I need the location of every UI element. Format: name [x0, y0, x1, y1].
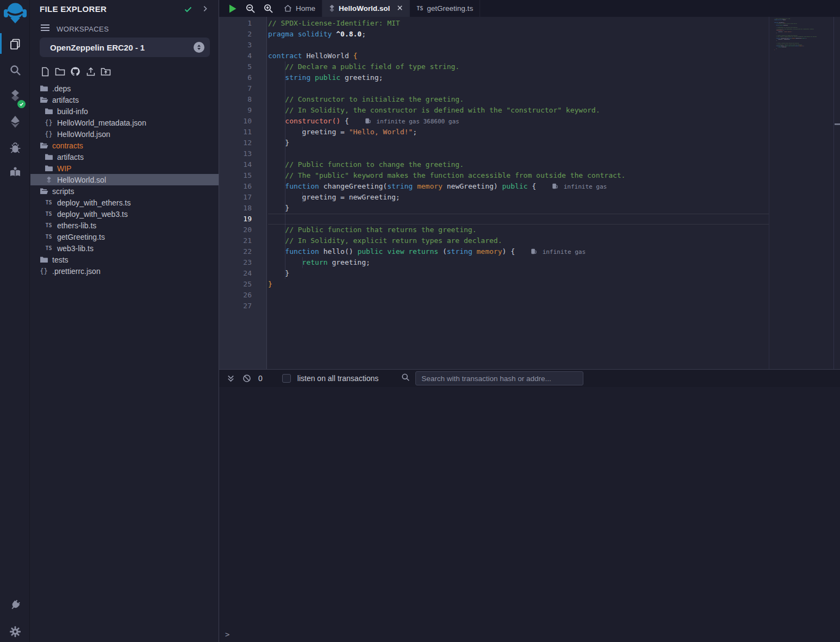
- code-line-26[interactable]: [268, 290, 769, 301]
- zoom-out-icon[interactable]: [241, 0, 259, 17]
- code-line-24[interactable]: }: [268, 268, 769, 279]
- minimap[interactable]: // SPDX-License-Identifier: MITpragma so…: [774, 18, 832, 94]
- code-line-22[interactable]: function hello() public view returns (st…: [268, 246, 769, 257]
- tree-item-label: build-info: [57, 107, 88, 116]
- ts-icon: TS: [44, 234, 53, 240]
- file-explorer-icon[interactable]: [0, 33, 30, 55]
- listen-transactions-checkbox[interactable]: [282, 374, 291, 383]
- gas-estimate-lens[interactable]: infinite gas: [552, 183, 607, 190]
- tree-item-build-info[interactable]: build-info: [30, 105, 219, 117]
- line-number: 7: [219, 83, 266, 94]
- code-line-27[interactable]: [774, 52, 832, 53]
- tree-item-label: HelloWorld.json: [57, 130, 110, 139]
- code-line-27[interactable]: [268, 301, 769, 311]
- tree-item-label: web3-lib.ts: [57, 244, 94, 253]
- code-line-6[interactable]: string public greeting;: [268, 72, 769, 83]
- terminal-output[interactable]: >: [219, 387, 840, 642]
- code-token: newGreeting): [795, 38, 802, 39]
- code-line-25[interactable]: }: [268, 279, 769, 290]
- search-icon[interactable]: [0, 59, 30, 81]
- tree-item-deploy-with-web3-ts[interactable]: TSdeploy_with_web3.ts: [30, 208, 219, 220]
- code-line-17[interactable]: greeting = newGreeting;: [268, 192, 769, 203]
- code-line-9[interactable]: // In Solidity, the constructor is defin…: [268, 105, 769, 116]
- tree-item-artifacts[interactable]: artifacts: [30, 151, 219, 163]
- tree-item-wip[interactable]: WIP: [30, 163, 219, 174]
- tree-item-label: HelloWorld.sol: [57, 176, 106, 184]
- panel-check-icon[interactable]: [184, 5, 192, 16]
- close-tab-icon[interactable]: [397, 4, 403, 13]
- tree-item--prettierrc-json[interactable]: {}.prettierrc.json: [30, 265, 219, 277]
- code-line-20[interactable]: // Public function that returns the gree…: [268, 225, 769, 235]
- tree-item-tests[interactable]: tests: [30, 254, 219, 265]
- tree-item-deploy-with-ethers-ts[interactable]: TSdeploy_with_ethers.ts: [30, 197, 219, 208]
- debugger-icon[interactable]: [0, 137, 30, 159]
- code-editor[interactable]: 1234567891011121314151617181920212223242…: [219, 17, 840, 369]
- plugin-manager-icon[interactable]: [0, 594, 30, 616]
- code-line-3[interactable]: [268, 40, 769, 51]
- folder-icon: [44, 165, 53, 172]
- code-line-11[interactable]: greeting = "Hello, World!";: [268, 127, 769, 138]
- code-line-12[interactable]: }: [268, 138, 769, 148]
- solidity-compiler-icon[interactable]: [0, 85, 30, 107]
- code-line-21[interactable]: // In Solidity, explicit return types ar…: [268, 235, 769, 246]
- code-token: "Hello, World!": [784, 31, 792, 32]
- tree-item-ethers-lib-ts[interactable]: TSethers-lib.ts: [30, 220, 219, 231]
- remix-ide-window: FILE EXPLORER WORKSPACES OpenZeppelin ER…: [0, 0, 840, 642]
- run-script-button[interactable]: [223, 0, 241, 17]
- code-line-18[interactable]: }: [268, 203, 769, 214]
- code-line-15[interactable]: // The "public" keyword makes the functi…: [268, 170, 769, 181]
- tree-item--deps[interactable]: .deps: [30, 83, 219, 94]
- gas-estimate-lens[interactable]: infinite gas 368600 gas: [365, 118, 459, 125]
- panel-chevron-right-icon[interactable]: [201, 5, 209, 15]
- code-line-7[interactable]: [268, 83, 769, 94]
- code-token: greeting = newGreeting;: [268, 193, 400, 201]
- tree-item-contracts[interactable]: contracts: [30, 140, 219, 151]
- solidity-icon: [44, 176, 53, 184]
- deploy-and-run-icon[interactable]: [0, 111, 30, 133]
- code-line-23[interactable]: return greeting;: [268, 257, 769, 268]
- tree-item-scripts[interactable]: scripts: [30, 185, 219, 197]
- code-token: public: [310, 73, 340, 82]
- line-number: 9: [219, 105, 266, 116]
- remix-logo-icon[interactable]: [0, 1, 30, 26]
- terminal-search-input[interactable]: [415, 371, 583, 385]
- line-number: 11: [219, 127, 266, 138]
- tree-item-helloworld-metadata-json[interactable]: {}HelloWorld_metadata.json: [30, 117, 219, 128]
- clear-console-icon[interactable]: [239, 374, 255, 383]
- hamburger-menu-icon[interactable]: [40, 24, 50, 34]
- code-token: // Constructor to initialize the greetin…: [268, 95, 464, 103]
- new-folder-icon[interactable]: [55, 66, 65, 77]
- code-line-13[interactable]: [268, 148, 769, 159]
- code-line-16[interactable]: function changeGreeting(string memory ne…: [268, 181, 769, 192]
- gas-estimate-lens[interactable]: infinite gas: [531, 248, 586, 255]
- tree-item-helloworld-sol[interactable]: HelloWorld.sol: [30, 174, 219, 185]
- expand-terminal-icon[interactable]: [222, 375, 239, 383]
- tab-getgreeting-ts[interactable]: TS getGreeting.ts: [410, 0, 480, 17]
- tree-item-label: ethers-lib.ts: [57, 221, 96, 230]
- code-line-2[interactable]: pragma solidity ^0.8.0;: [268, 29, 769, 40]
- braces-icon: {}: [39, 267, 48, 275]
- code-line-19[interactable]: [268, 214, 769, 225]
- code-line-4[interactable]: contract HelloWorld {: [268, 51, 769, 61]
- upload-file-icon[interactable]: [85, 66, 96, 77]
- github-icon[interactable]: [70, 66, 80, 77]
- code-line-10[interactable]: constructor() { infinite gas 368600 gas: [268, 116, 769, 127]
- new-file-icon[interactable]: [40, 66, 50, 77]
- tab-home[interactable]: Home: [277, 0, 322, 17]
- tree-item-getgreeting-ts[interactable]: TSgetGreeting.ts: [30, 231, 219, 242]
- settings-gear-icon[interactable]: [0, 621, 30, 642]
- unit-testing-icon[interactable]: [0, 161, 30, 183]
- workspace-select[interactable]: OpenZeppelin ERC20 - 1: [40, 38, 210, 57]
- code-line-1[interactable]: // SPDX-License-Identifier: MIT: [268, 18, 769, 29]
- code-token: // SPDX-License-Identifier: MIT: [268, 19, 400, 27]
- code-token: string: [447, 247, 472, 255]
- code-line-5[interactable]: // Declare a public field of type string…: [268, 61, 769, 72]
- code-line-8[interactable]: // Constructor to initialize the greetin…: [268, 94, 769, 105]
- tree-item-helloworld-json[interactable]: {}HelloWorld.json: [30, 128, 219, 140]
- tab-helloworld-sol[interactable]: HelloWorld.sol: [322, 0, 410, 17]
- tree-item-web3-lib-ts[interactable]: TSweb3-lib.ts: [30, 242, 219, 254]
- code-line-14[interactable]: // Public function to change the greetin…: [268, 159, 769, 170]
- tree-item-artifacts[interactable]: artifacts: [30, 94, 219, 105]
- upload-folder-icon[interactable]: [101, 66, 111, 77]
- zoom-in-icon[interactable]: [259, 0, 277, 17]
